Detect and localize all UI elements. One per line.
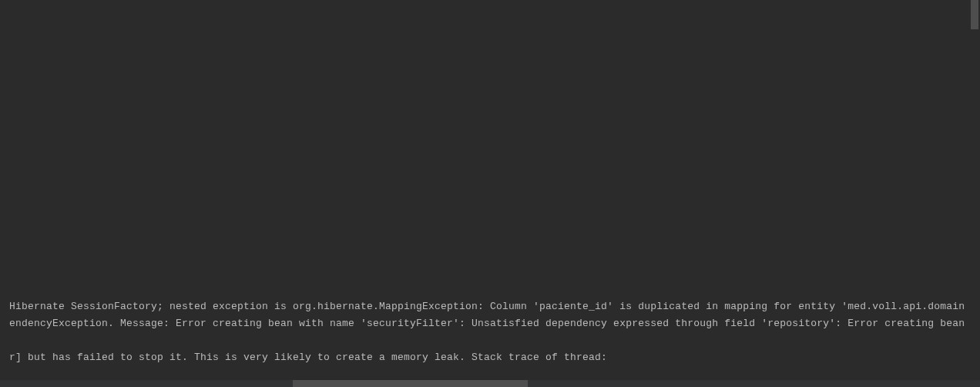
vertical-scroll-thumb[interactable] [971,0,978,29]
vertical-scrollbar[interactable] [971,0,978,380]
log-line: endencyException. Message: Error creatin… [9,315,965,332]
console-output-area[interactable]: Hibernate SessionFactory; nested excepti… [0,0,980,380]
horizontal-scroll-thumb[interactable] [293,380,528,387]
horizontal-scrollbar[interactable] [0,380,980,387]
log-line: Hibernate SessionFactory; nested excepti… [9,298,965,315]
log-content: Hibernate SessionFactory; nested excepti… [0,298,974,366]
log-line: r] but has failed to stop it. This is ve… [9,349,965,366]
log-blank-line [9,332,965,349]
